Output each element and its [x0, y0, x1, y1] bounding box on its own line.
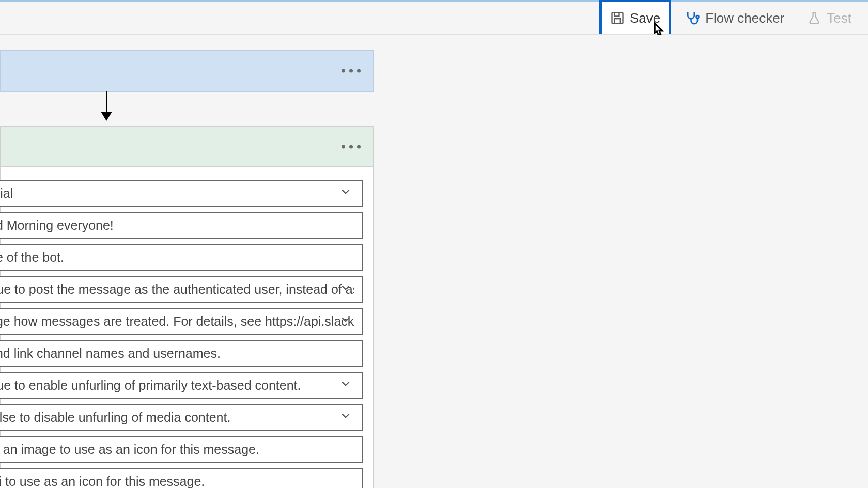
post-as-user-field[interactable]: true to post the message as the authenti…: [0, 276, 363, 303]
command-bar: Save Flow checker Test: [599, 2, 861, 34]
channel-field-text: orial: [0, 186, 13, 201]
connector-arrow: [106, 91, 107, 120]
flow-checker-button[interactable]: Flow checker: [675, 2, 794, 34]
window-top-accent: [0, 0, 868, 2]
flow-checker-button-label: Flow checker: [705, 11, 784, 25]
action-card[interactable]: orial od Morning everyone! ne of the bot…: [0, 126, 374, 488]
message-text-field[interactable]: od Morning everyone!: [0, 212, 363, 239]
test-button[interactable]: Test: [798, 3, 861, 34]
chevron-down-icon: [339, 377, 352, 393]
chevron-down-icon: [339, 313, 352, 329]
chevron-down-icon: [339, 281, 352, 297]
stethoscope-icon: [685, 10, 700, 26]
message-text-field-text: od Morning everyone!: [0, 218, 114, 233]
link-names-field-text: and link channel names and usernames.: [0, 346, 221, 361]
action-card-header[interactable]: [1, 127, 373, 167]
chevron-down-icon: [339, 409, 352, 426]
test-button-label: Test: [827, 11, 851, 25]
unfurl-media-field[interactable]: false to disable unfurling of media cont…: [0, 404, 363, 431]
chevron-down-icon: [339, 185, 352, 201]
save-button[interactable]: Save: [599, 0, 671, 37]
unfurl-links-field-text: true to enable unfurling of primarily te…: [0, 378, 301, 393]
icon-emoji-field[interactable]: oji to use as an icon for this message.: [0, 468, 363, 488]
unfurl-media-field-text: false to disable unfurling of media cont…: [0, 410, 230, 425]
save-button-label: Save: [630, 11, 660, 25]
trigger-card-menu[interactable]: [342, 69, 361, 73]
flask-icon: [807, 11, 822, 25]
bot-name-field[interactable]: ne of the bot.: [0, 244, 363, 271]
bot-name-field-text: ne of the bot.: [0, 250, 64, 265]
action-card-menu[interactable]: [342, 145, 361, 149]
action-card-body: orial od Morning everyone! ne of the bot…: [1, 167, 373, 488]
save-icon: [610, 11, 625, 25]
post-as-user-field-text: true to post the message as the authenti…: [0, 282, 354, 297]
svg-point-2: [696, 15, 699, 18]
icon-emoji-field-text: oji to use as an icon for this message.: [0, 474, 205, 489]
svg-rect-1: [614, 19, 621, 23]
parse-mode-field[interactable]: nge how messages are treated. For detail…: [0, 308, 363, 335]
channel-field[interactable]: orial: [0, 180, 363, 207]
icon-url-field[interactable]: to an image to use as an icon for this m…: [0, 436, 363, 463]
unfurl-links-field[interactable]: true to enable unfurling of primarily te…: [0, 372, 363, 399]
icon-url-field-text: to an image to use as an icon for this m…: [0, 442, 259, 457]
link-names-field[interactable]: and link channel names and usernames.: [0, 340, 363, 367]
flow-canvas[interactable]: orial od Morning everyone! ne of the bot…: [0, 35, 868, 488]
trigger-card[interactable]: [0, 50, 374, 92]
parse-mode-field-text: nge how messages are treated. For detail…: [0, 314, 354, 329]
